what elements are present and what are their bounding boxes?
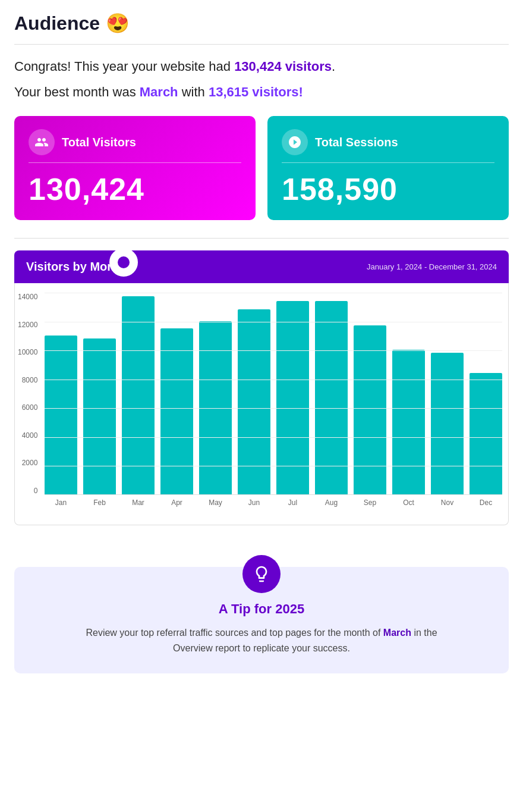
x-axis-label: Jan <box>45 499 77 507</box>
x-axis-label: Nov <box>431 499 464 507</box>
x-axis-label: Jul <box>276 499 309 507</box>
y-axis-label: 8000 <box>22 376 38 384</box>
bar-col <box>160 328 193 494</box>
x-axis-label: Mar <box>122 499 155 507</box>
page-title-text: Audience <box>14 12 100 35</box>
y-axis-label: 2000 <box>22 459 38 467</box>
congrats-prefix: Congrats! This year your website had <box>14 59 234 74</box>
sessions-label: Total Sessions <box>315 136 398 149</box>
chart-body: 14000120001000080006000400020000 JanFebM… <box>14 283 509 525</box>
bar <box>122 296 155 494</box>
chart-header: Visitors by Month January 1, 2024 - Dece… <box>14 250 509 283</box>
sessions-divider <box>282 162 494 163</box>
bar <box>83 338 116 494</box>
congrats-line1: Congrats! This year your website had 130… <box>14 57 509 76</box>
x-axis-label: Apr <box>160 499 193 507</box>
sessions-value: 158,590 <box>282 171 494 207</box>
congrats-line2: Your best month was March with 13,615 vi… <box>14 82 509 102</box>
bar <box>45 336 77 494</box>
best-month-prefix: Your best month was <box>14 84 140 99</box>
best-month-name: March <box>140 84 178 99</box>
x-axis-label: Jun <box>238 499 270 507</box>
bar <box>238 309 270 494</box>
x-axis-label: May <box>199 499 232 507</box>
x-axis-label: Aug <box>315 499 348 507</box>
tip-section: A Tip for 2025 Review your top referral … <box>14 567 509 673</box>
y-axis-label: 12000 <box>18 321 37 329</box>
tip-text: Review your top referral traffic sources… <box>83 625 440 656</box>
bar <box>354 325 386 494</box>
y-axis: 14000120001000080006000400020000 <box>18 293 37 495</box>
x-axis-label: Dec <box>470 499 502 507</box>
bar <box>470 373 502 494</box>
sessions-card-header: Total Sessions <box>282 129 494 155</box>
chart-date-range: January 1, 2024 - December 31, 2024 <box>367 262 497 271</box>
bar <box>392 350 425 494</box>
sessions-icon <box>282 129 308 155</box>
tip-title: A Tip for 2025 <box>219 601 304 617</box>
y-axis-label: 10000 <box>18 348 37 356</box>
y-axis-label: 6000 <box>22 403 38 412</box>
best-month-visitors: 13,615 visitors! <box>209 84 303 99</box>
y-axis-label: 0 <box>34 487 38 495</box>
bar <box>199 321 232 494</box>
bar-col <box>238 309 270 494</box>
tip-march: March <box>383 628 411 638</box>
x-labels: JanFebMarAprMayJunJulAugSepOctNovDec <box>45 499 502 507</box>
congrats-suffix: . <box>332 59 335 74</box>
bar-col <box>45 336 77 494</box>
title-divider <box>14 44 509 45</box>
visitors-card-header: Total Visitors <box>29 129 241 155</box>
visitors-card: Total Visitors 130,424 <box>14 116 256 220</box>
bar-col <box>315 301 348 494</box>
sessions-card: Total Sessions 158,590 <box>267 116 509 220</box>
chart-area: 14000120001000080006000400020000 JanFebM… <box>45 293 502 519</box>
x-axis-label: Oct <box>392 499 425 507</box>
bar-col <box>276 301 309 494</box>
x-axis-label: Sep <box>354 499 386 507</box>
bar-col <box>470 373 502 494</box>
best-month-middle: with <box>178 84 209 99</box>
bar <box>276 301 309 494</box>
stats-cards: Total Visitors 130,424 Total Sessions 15… <box>14 116 509 220</box>
congrats-visitors: 130,424 visitors <box>234 59 332 74</box>
bars-wrapper <box>45 293 502 495</box>
chart-title-group: Visitors by Month <box>26 260 125 274</box>
bar <box>160 328 193 494</box>
visitors-label: Total Visitors <box>62 136 136 149</box>
y-axis-label: 4000 <box>22 431 38 440</box>
visitors-divider <box>29 162 241 163</box>
bar <box>315 301 348 494</box>
tip-outer: A Tip for 2025 Review your top referral … <box>14 543 509 673</box>
tip-prefix: Review your top referral traffic sources… <box>86 628 383 638</box>
bar-col <box>431 353 464 494</box>
bar-col <box>354 325 386 494</box>
bar-col <box>122 296 155 494</box>
section-divider <box>14 238 509 239</box>
page-title-emoji: 😍 <box>106 12 130 35</box>
x-axis-label: Feb <box>83 499 116 507</box>
bar-col <box>83 338 116 494</box>
bar-col <box>199 321 232 494</box>
page-title: Audience 😍 <box>14 12 509 35</box>
bar-col <box>392 350 425 494</box>
congrats-section: Congrats! This year your website had 130… <box>14 57 509 102</box>
chart-radio-icon <box>109 248 138 277</box>
visitors-icon <box>29 129 55 155</box>
y-axis-label: 14000 <box>18 293 37 301</box>
tip-icon <box>242 555 281 593</box>
visitors-value: 130,424 <box>29 171 241 207</box>
chart-container: Visitors by Month January 1, 2024 - Dece… <box>14 250 509 525</box>
chart-radio-inner <box>118 256 130 268</box>
bar <box>431 353 464 494</box>
